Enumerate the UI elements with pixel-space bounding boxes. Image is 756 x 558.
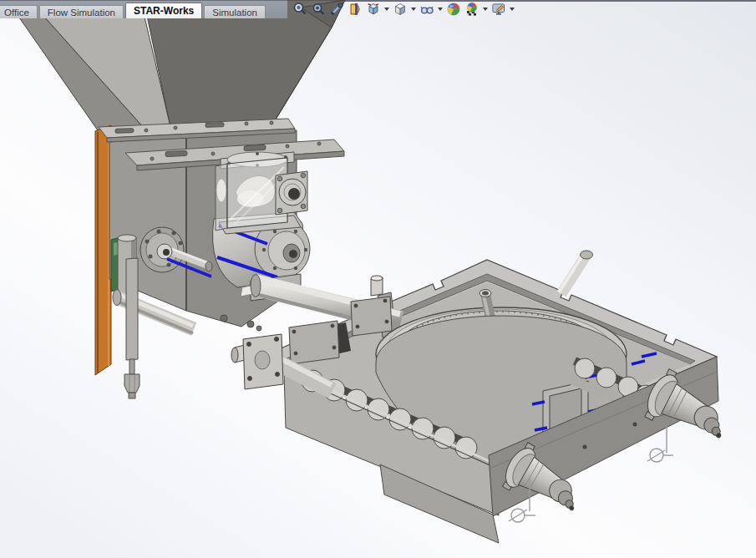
gearbox-flange[interactable] [276, 171, 307, 215]
orange-side-panel[interactable] [95, 125, 111, 375]
dropdown-arrow-icon[interactable] [438, 8, 443, 11]
tab-office[interactable]: Office [0, 5, 38, 18]
solidworks-window: Office Flow Simulation STAR-Works Simula… [0, 0, 756, 558]
tab-star-works[interactable]: STAR-Works [125, 3, 202, 18]
apply-scene-icon[interactable] [464, 2, 480, 17]
section-view-icon[interactable] [347, 2, 363, 17]
dropdown-arrow-icon[interactable] [510, 8, 515, 11]
tab-simulation[interactable]: Simulation [204, 5, 266, 18]
dropdown-arrow-icon[interactable] [411, 8, 416, 11]
previous-view-icon[interactable] [328, 2, 345, 17]
view-settings-icon[interactable] [490, 2, 507, 17]
display-style-icon[interactable] [392, 2, 408, 17]
zoom-to-area-icon[interactable] [310, 2, 327, 17]
conveyor-stand-plate[interactable] [289, 321, 339, 364]
edit-appearance-icon[interactable] [445, 2, 462, 17]
tab-flow-simulation[interactable]: Flow Simulation [39, 5, 124, 18]
leveling-actuator[interactable] [124, 258, 140, 398]
dropdown-arrow-icon[interactable] [384, 8, 389, 11]
zoom-to-fit-icon[interactable] [292, 2, 308, 17]
dropdown-arrow-icon[interactable] [483, 8, 488, 11]
command-manager-tabbar: Office Flow Simulation STAR-Works Simula… [0, 0, 287, 18]
hide-show-items-icon[interactable] [419, 2, 435, 17]
model-viewport[interactable] [0, 0, 756, 558]
heads-up-view-toolbar [292, 1, 515, 17]
view-orientation-icon[interactable] [365, 2, 382, 17]
